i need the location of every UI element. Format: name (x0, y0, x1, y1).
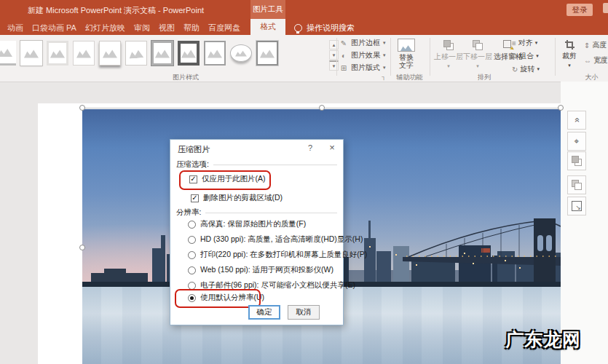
chevron-down-icon: ▾ (383, 65, 386, 71)
chevron-down-icon: ▾ (383, 52, 386, 58)
picture-style-style-3[interactable] (47, 41, 68, 66)
gallery-scroll-up[interactable]: ▴ (329, 40, 339, 50)
radio-option-2[interactable]: HD (330 ppi): 高质量, 适合高清晰度(HD)显示(H) (188, 234, 363, 245)
picture-border-button[interactable]: ✎ 图片边框 ▾ (339, 38, 386, 48)
gallery-scroll-down[interactable]: ▾ (329, 50, 339, 60)
selection-handle-left-middle[interactable] (79, 245, 85, 250)
resolution-header: 分辨率: (176, 207, 337, 218)
tab-7[interactable]: 百度网盘 (208, 23, 240, 33)
bring-forward-button[interactable]: 上移一层 ▾ (434, 40, 463, 69)
menu-tabs: 动画口袋动画 PA幻灯片放映审阅视图帮助百度网盘 (0, 20, 240, 35)
picture-style-style-8[interactable] (178, 41, 200, 66)
gallery-more-button[interactable]: ▾ (329, 60, 339, 71)
crop-button[interactable]: 裁剪 ▾ (562, 40, 577, 68)
checkbox-delete-cropped-row[interactable]: ✓ 删除图片的剪裁区域(D) (191, 193, 283, 203)
tab-5[interactable]: 视图 (159, 23, 175, 33)
alt-text-label: 替换 文字 (399, 53, 414, 69)
chevron-down-icon: ▾ (568, 63, 571, 68)
tell-me-search[interactable]: 操作说明搜索 (294, 23, 355, 33)
width-icon: ⇔ (584, 57, 591, 65)
picture-style-style-5[interactable] (99, 41, 121, 66)
gallery-scrollbar: ▴ ▾ ▾ (329, 40, 339, 71)
selection-handle-top-right[interactable] (558, 105, 564, 111)
ok-button[interactable]: 确定 (248, 305, 280, 320)
radio-option-label: Web (150 ppi): 适用于网页和投影仪(W) (200, 265, 333, 275)
crop-label: 裁剪 (562, 51, 577, 61)
group-label-picture-styles: 图片样式 (146, 73, 226, 82)
compress-options-header: 压缩选项: (176, 159, 337, 170)
chevron-down-icon: ▾ (535, 40, 538, 46)
radio-icon[interactable] (188, 236, 196, 244)
alt-text-button[interactable]: 替换 文字 (398, 39, 415, 69)
dialog-close-button[interactable]: × (325, 142, 339, 153)
window-control-partial[interactable] (603, 3, 608, 13)
picture-effects-button[interactable]: ◐ 图片效果 ▾ (339, 50, 386, 60)
tab-format-active[interactable]: 格式 (250, 19, 285, 35)
tab-2[interactable]: 口袋动画 PA (32, 23, 76, 33)
layers-copy-icon (572, 180, 582, 190)
radio-option-3[interactable]: 打印(220 ppi): 在多数打印机和屏幕上质量良好(P) (188, 250, 367, 260)
separator (555, 38, 556, 76)
checkbox-checked-icon[interactable]: ✓ (189, 175, 197, 183)
radio-option-1[interactable]: 高保真: 保留原始图片的质量(F) (188, 219, 306, 229)
group-button[interactable]: ⧉ 组合 ▾ (512, 51, 540, 61)
selection-handle-top-middle[interactable] (319, 105, 325, 111)
picture-border-label: 图片边框 (351, 38, 380, 48)
bring-forward-label: 上移一层 (434, 52, 463, 62)
checkbox-delete-cropped-label: 删除图片的剪裁区域(D) (203, 193, 283, 203)
align-button[interactable]: ≡ 对齐 ▾ (512, 38, 540, 48)
radio-icon[interactable] (188, 266, 196, 274)
dialog-title: 压缩图片 (178, 144, 210, 155)
picture-format-buttons: ✎ 图片边框 ▾ ◐ 图片效果 ▾ ⊞ 图片版式 ▾ (339, 38, 386, 73)
powerpoint-window: 新建 Microsoft PowerPoint 演示文稿 - PowerPoin… (0, 0, 608, 364)
resize-object-button[interactable] (567, 197, 586, 215)
dialog-help-button[interactable]: ? (304, 143, 316, 152)
copy-layer-button[interactable] (567, 175, 586, 194)
picture-style-style-9[interactable] (204, 41, 226, 66)
bring-to-front-button[interactable] (567, 151, 586, 170)
selection-handle-top-left[interactable] (79, 105, 85, 111)
picture-style-gallery (1, 41, 278, 66)
send-backward-button[interactable]: 下移一层 ▾ (463, 40, 492, 69)
watermark: 广东龙网 (505, 328, 581, 352)
picture-style-style-4[interactable] (73, 41, 95, 66)
collapse-strip-button[interactable]: » (567, 111, 586, 130)
arrange-mini-buttons: ≡ 对齐 ▾ ⧉ 组合 ▾ ↻ 旋转 ▾ (512, 38, 540, 74)
picture-tools-context-tab[interactable]: 图片工具 (250, 0, 285, 19)
radio-icon[interactable] (188, 251, 196, 259)
dialog-launcher-icon[interactable]: └ (382, 74, 386, 80)
tell-me-label: 操作说明搜索 (307, 23, 355, 33)
rotate-button[interactable]: ↻ 旋转 ▾ (512, 64, 540, 74)
radio-option-label: HD (330 ppi): 高质量, 适合高清晰度(HD)显示(H) (200, 234, 363, 245)
chevron-down-icon: ▾ (447, 63, 450, 69)
radio-icon[interactable] (188, 282, 196, 290)
chevron-down-icon: ▾ (476, 63, 479, 69)
cancel-button[interactable]: 取消 (288, 305, 320, 320)
checkbox-apply-only-row[interactable]: ✓ 仅应用于此图片(A) (189, 174, 266, 184)
center-position-button[interactable]: ⌖ (567, 132, 586, 151)
login-button[interactable]: 登录 (566, 4, 593, 16)
picture-style-style-10[interactable] (230, 41, 252, 66)
picture-style-style-2[interactable] (20, 41, 42, 66)
radio-icon[interactable] (188, 221, 196, 229)
picture-style-style-7[interactable] (151, 41, 173, 66)
radio-option-4[interactable]: Web (150 ppi): 适用于网页和投影仪(W) (188, 265, 333, 275)
picture-style-style-11[interactable] (256, 41, 278, 66)
group-label-arrange: 排列 (459, 73, 510, 82)
compress-pictures-dialog: 压缩图片 ? × 压缩选项: ✓ 仅应用于此图片(A) ✓ 删除图片的剪裁区域(… (170, 139, 344, 325)
separator (336, 38, 337, 76)
checkbox-checked-icon[interactable]: ✓ (191, 194, 199, 202)
picture-layout-label: 图片版式 (351, 63, 380, 73)
tab-1[interactable]: 动画 (7, 23, 23, 33)
picture-style-style-6[interactable] (125, 41, 147, 66)
picture-style-style-1[interactable] (0, 41, 16, 66)
pen-icon: ✎ (339, 39, 348, 47)
tab-3[interactable]: 幻灯片放映 (85, 23, 125, 33)
tab-4[interactable]: 审阅 (134, 23, 150, 33)
tab-6[interactable]: 帮助 (183, 23, 200, 33)
width-field-label: ⇔ 宽度 (584, 55, 608, 66)
picture-layout-button[interactable]: ⊞ 图片版式 ▾ (339, 63, 386, 73)
group-label: 组合 (519, 51, 534, 61)
radio-option-label: 打印(220 ppi): 在多数打印机和屏幕上质量良好(P) (200, 250, 367, 260)
align-icon: ≡ (512, 39, 516, 47)
